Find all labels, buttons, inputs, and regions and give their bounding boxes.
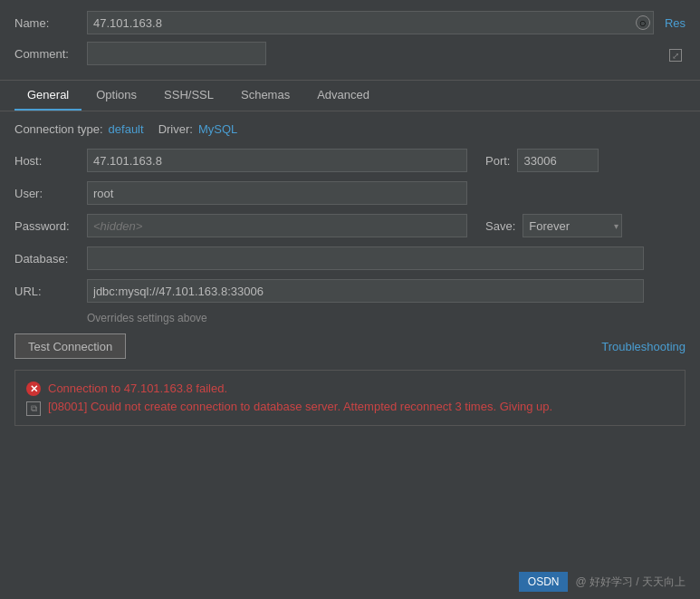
error-text: Connection to 47.101.163.8 failed. [0800… [48,380,552,415]
driver-value[interactable]: MySQL [198,122,237,136]
comment-input[interactable] [87,42,266,65]
url-input[interactable] [87,279,644,303]
name-input[interactable] [87,11,654,34]
user-row: User: [14,181,686,205]
tab-options[interactable]: Options [83,81,149,111]
url-row: URL: [14,279,686,303]
password-row: Password: Save: Forever For session Neve… [14,214,686,237]
name-row: Name: ○ Res [14,11,686,34]
watermark-text: @ 好好学习 / 天天向上 [575,575,686,590]
tab-schemas[interactable]: Schemas [228,81,302,111]
top-bar: Name: ○ Res Comment: ⤢ [0,0,700,81]
error-x-icon: ✕ [30,383,38,395]
port-label: Port: [485,154,510,168]
save-select[interactable]: Forever For session Never [523,214,622,237]
main-container: Name: ○ Res Comment: ⤢ Genera [0,0,700,599]
connection-type-row: Connection type: default Driver: MySQL [14,122,686,136]
tab-advanced[interactable]: Advanced [304,81,382,111]
comment-row: Comment: ⤢ [14,42,686,65]
tabs-container: General Options SSH/SSL Schemas Advanced [0,81,700,111]
user-label: User: [14,187,87,200]
database-label: Database: [14,252,87,266]
error-container: ✕ ⧉ Connection to 47.101.163.8 failed. [… [14,370,686,426]
content-area: Connection type: default Driver: MySQL H… [0,111,700,437]
save-label: Save: [485,219,515,233]
database-row: Database: [14,246,686,270]
test-row: Test Connection Troubleshooting [14,333,686,359]
name-circle-button[interactable]: ○ [636,15,650,30]
database-input[interactable] [87,246,644,270]
tab-ssh-ssl[interactable]: SSH/SSL [151,81,226,111]
name-row-right: ○ Res [87,11,686,34]
driver-label: Driver: [158,122,193,136]
error-icons: ✕ ⧉ [26,382,41,416]
error-line2: [08001] Could not create connection to d… [48,398,552,416]
test-connection-button[interactable]: Test Connection [14,333,126,359]
expand-button[interactable]: ⤢ [669,49,682,62]
url-label: URL: [14,285,87,298]
connection-type-label: Connection type: [14,122,103,136]
host-port-row: Host: Port: [14,149,686,172]
connection-type-value[interactable]: default [109,122,144,136]
host-label: Host: [14,154,87,168]
error-line1: Connection to 47.101.163.8 failed. [48,380,552,398]
port-input[interactable] [517,149,599,172]
circle-icon: ○ [639,16,647,30]
comment-input-wrap: ⤢ [87,42,686,65]
user-input[interactable] [87,181,467,205]
osdn-badge[interactable]: OSDN [519,572,569,592]
bottom-bar: OSDN @ 好好学习 / 天天向上 [504,565,700,599]
overrides-text: Overrides settings above [87,312,686,324]
name-label: Name: [14,16,87,30]
reset-link[interactable]: Res [665,16,686,30]
troubleshooting-link[interactable]: Troubleshooting [601,340,686,353]
expand-icon: ⤢ [672,51,679,61]
comment-label: Comment: [14,47,87,61]
tab-general[interactable]: General [14,81,82,111]
password-label: Password: [14,219,87,233]
error-icon: ✕ [26,382,41,396]
save-select-wrap: Forever For session Never ▾ [523,214,622,237]
copy-symbol: ⧉ [31,403,37,414]
password-input[interactable] [87,214,467,237]
name-input-wrap: ○ [87,11,654,34]
host-input[interactable] [87,149,467,172]
copy-icon[interactable]: ⧉ [26,401,41,416]
